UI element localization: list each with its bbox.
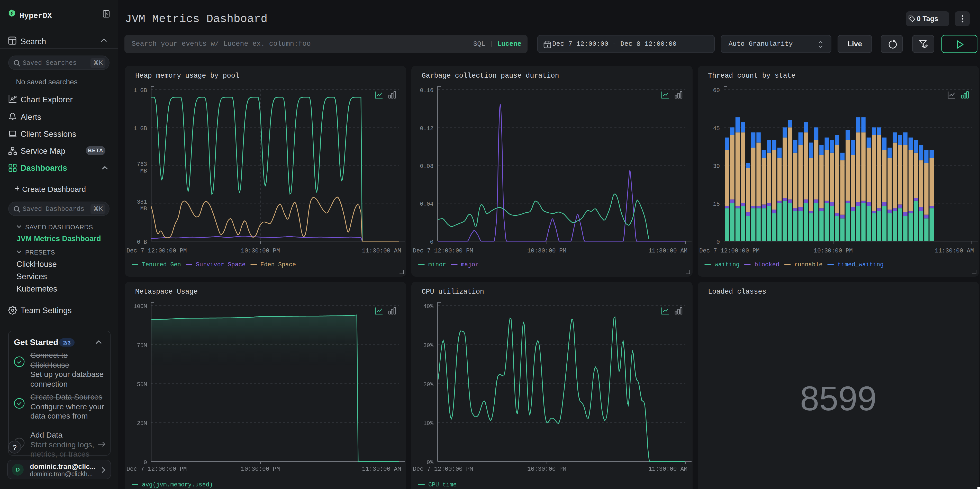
svg-text:0: 0 xyxy=(430,239,433,245)
svg-text:11:30:00 AM: 11:30:00 AM xyxy=(935,248,974,254)
svg-text:763: 763 xyxy=(137,161,147,167)
svg-text:10:30:00 PM: 10:30:00 PM xyxy=(241,248,280,254)
svg-text:1 GB: 1 GB xyxy=(134,88,147,94)
svg-text:0: 0 xyxy=(144,459,147,466)
svg-text:60: 60 xyxy=(713,88,720,94)
svg-text:0: 0 xyxy=(716,239,720,245)
svg-text:25M: 25M xyxy=(137,421,147,427)
svg-text:Dec 7 12:00:00 PM: Dec 7 12:00:00 PM xyxy=(413,466,473,473)
svg-text:0%: 0% xyxy=(427,459,434,466)
svg-text:381: 381 xyxy=(137,199,147,205)
svg-text:11:30:00 AM: 11:30:00 AM xyxy=(362,248,401,254)
svg-text:100M: 100M xyxy=(134,303,147,310)
svg-text:Dec 7 12:00:00 PM: Dec 7 12:00:00 PM xyxy=(126,466,187,473)
svg-text:10:30:00 PM: 10:30:00 PM xyxy=(814,248,853,254)
svg-text:0.08: 0.08 xyxy=(420,163,433,170)
svg-text:40%: 40% xyxy=(423,303,433,310)
svg-text:0.16: 0.16 xyxy=(420,88,433,94)
svg-text:Dec 7 12:00:00 PM: Dec 7 12:00:00 PM xyxy=(126,248,187,254)
svg-text:75M: 75M xyxy=(137,342,147,349)
svg-text:0.04: 0.04 xyxy=(420,201,433,207)
svg-text:0.12: 0.12 xyxy=(420,126,433,132)
svg-text:MB: MB xyxy=(140,168,147,174)
svg-text:Dec 7 12:00:00 PM: Dec 7 12:00:00 PM xyxy=(699,248,760,254)
svg-text:1 GB: 1 GB xyxy=(134,126,147,132)
svg-text:45: 45 xyxy=(713,126,720,132)
svg-text:10:30:00 PM: 10:30:00 PM xyxy=(527,466,566,473)
svg-text:0 B: 0 B xyxy=(137,239,147,245)
svg-text:11:30:00 AM: 11:30:00 AM xyxy=(648,466,687,473)
svg-text:15: 15 xyxy=(713,201,720,207)
svg-text:50M: 50M xyxy=(137,382,147,388)
svg-text:20%: 20% xyxy=(423,382,433,388)
svg-text:11:30:00 AM: 11:30:00 AM xyxy=(648,248,687,254)
svg-text:10:30:00 PM: 10:30:00 PM xyxy=(241,466,280,473)
svg-text:Dec 7 12:00:00 PM: Dec 7 12:00:00 PM xyxy=(413,248,473,254)
svg-text:30: 30 xyxy=(713,163,720,170)
svg-text:10:30:00 PM: 10:30:00 PM xyxy=(527,248,566,254)
svg-text:MB: MB xyxy=(140,205,147,212)
svg-text:11:30:00 AM: 11:30:00 AM xyxy=(362,466,401,473)
svg-text:30%: 30% xyxy=(423,342,433,349)
svg-text:10%: 10% xyxy=(423,421,433,427)
